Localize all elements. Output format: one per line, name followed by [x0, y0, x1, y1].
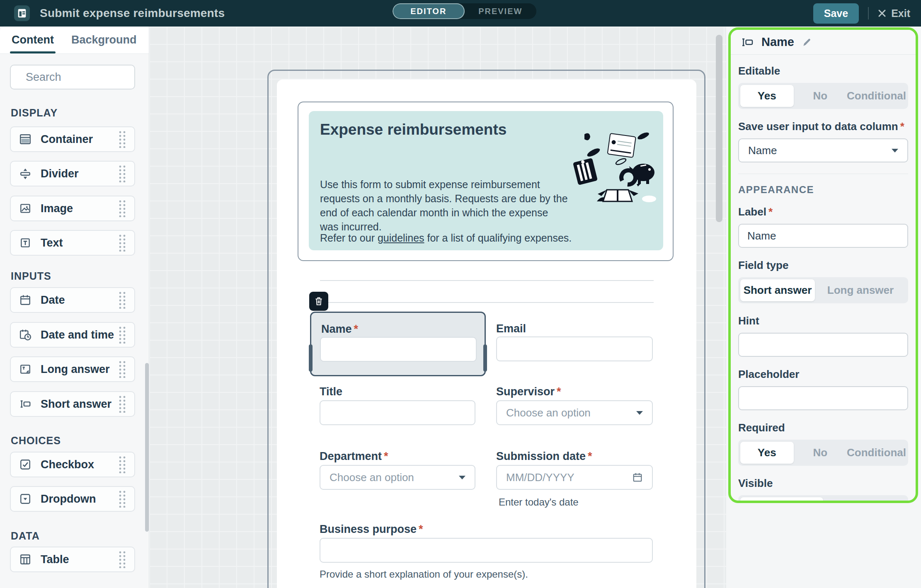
resize-handle-left[interactable]	[309, 344, 313, 372]
guidelines-link[interactable]: guidelines	[378, 232, 424, 244]
data-column-select[interactable]: Name	[738, 138, 908, 162]
tab-background[interactable]: Background	[71, 27, 137, 53]
sidebar-item-label: Table	[41, 553, 118, 566]
sidebar-item-label: Short answer	[41, 398, 118, 411]
divider-icon	[19, 167, 32, 180]
form-description: Use this form to submit expense reimburs…	[320, 177, 569, 234]
drag-handle-icon[interactable]	[118, 200, 127, 217]
drag-handle-icon[interactable]	[118, 456, 127, 473]
save-button[interactable]: Save	[813, 3, 859, 24]
editable-no[interactable]: No	[794, 85, 847, 107]
sidebar-item-checkbox[interactable]: Checkbox	[10, 452, 135, 477]
sidebar-item-short-answer[interactable]: Short answer	[10, 391, 135, 417]
field-inspector-panel: Name Editable Yes No Conditional Save us…	[728, 27, 918, 503]
placeholder-input[interactable]	[738, 386, 908, 410]
text-icon	[19, 237, 32, 249]
editable-yes[interactable]: Yes	[740, 85, 794, 107]
group-label: Required	[738, 421, 908, 434]
tab-editor[interactable]: EDITOR	[393, 3, 465, 19]
sidebar-item-long-answer[interactable]: Long answer	[10, 356, 135, 382]
required-segment: Yes No Conditional	[738, 440, 908, 466]
label-input[interactable]	[738, 224, 908, 248]
title-input[interactable]	[320, 400, 475, 425]
app-logo-icon	[14, 5, 30, 21]
canvas-scrollbar[interactable]	[716, 35, 722, 222]
inspector-title: Name	[761, 35, 794, 49]
save-column-group: Save user input to data column* Name	[738, 120, 908, 162]
sidebar-item-label: Dropdown	[41, 493, 118, 506]
required-conditional[interactable]: Conditional	[847, 442, 906, 464]
sidebar-item-image[interactable]: Image	[10, 196, 135, 221]
field-type-long[interactable]: Long answer	[815, 279, 906, 301]
drag-handle-icon[interactable]	[118, 234, 127, 252]
section-title-display: DISPLAY	[11, 107, 58, 119]
divider	[868, 7, 869, 19]
required-no[interactable]: No	[794, 442, 847, 464]
sidebar-item-label: Image	[41, 202, 118, 215]
tab-preview[interactable]: PREVIEW	[465, 3, 537, 19]
short-answer-icon	[19, 398, 32, 410]
drag-handle-icon[interactable]	[118, 395, 127, 413]
sidebar-item-date-time[interactable]: Date and time	[10, 322, 135, 348]
required-yes[interactable]: Yes	[740, 442, 794, 464]
name-input[interactable]	[320, 337, 477, 362]
selected-field-name[interactable]: Name*	[310, 312, 486, 376]
group-label: Placeholder	[738, 368, 908, 381]
sidebar-item-text[interactable]: Text	[10, 230, 135, 256]
short-answer-icon	[741, 36, 754, 49]
visible-conditional[interactable]: Conditional	[823, 497, 906, 503]
drag-handle-icon[interactable]	[118, 326, 127, 344]
editable-group: Editable Yes No Conditional	[738, 65, 908, 109]
form-divider[interactable]	[320, 280, 654, 281]
sidebar-item-label: Date and time	[41, 329, 118, 341]
page-title: Submit expense reimbursements	[40, 7, 225, 20]
tab-content[interactable]: Content	[12, 27, 54, 53]
editable-conditional[interactable]: Conditional	[847, 85, 906, 107]
search-box[interactable]	[10, 65, 135, 90]
group-label: Field type	[738, 259, 908, 272]
sidebar-item-dropdown[interactable]: Dropdown	[10, 486, 135, 512]
drag-handle-icon[interactable]	[118, 291, 127, 309]
label-group: Label*	[738, 206, 908, 248]
sidebar-item-date[interactable]: Date	[10, 287, 135, 313]
resize-handle-right[interactable]	[483, 344, 487, 372]
supervisor-select[interactable]: Choose an option	[496, 400, 653, 425]
hint-input[interactable]	[738, 333, 908, 357]
sidebar-scrollbar[interactable]	[145, 363, 149, 532]
submission-date-input[interactable]: MM/DD/YYYY	[496, 465, 653, 490]
drag-handle-icon[interactable]	[118, 490, 127, 508]
drag-handle-icon[interactable]	[118, 165, 127, 182]
exit-label: Exit	[891, 7, 910, 19]
sidebar-item-table[interactable]: Table	[10, 547, 135, 572]
email-input[interactable]	[496, 336, 653, 361]
edit-pencil-icon[interactable]	[802, 37, 812, 48]
drag-handle-icon[interactable]	[118, 361, 127, 378]
sidebar-item-divider[interactable]: Divider	[10, 161, 135, 186]
expenses-illustration	[572, 131, 657, 203]
drag-handle-icon[interactable]	[118, 131, 127, 148]
chevron-down-icon	[459, 476, 465, 479]
visible-yes[interactable]: Yes	[740, 497, 823, 503]
sidebar-item-label: Container	[41, 133, 118, 146]
component-sidebar: Content Background DISPLAY Container	[0, 27, 149, 588]
sidebar-item-label: Long answer	[41, 363, 118, 376]
delete-field-button[interactable]	[309, 292, 328, 311]
field-hint: Provide a short explanation of your expe…	[320, 569, 528, 580]
form-divider[interactable]	[320, 302, 654, 303]
group-label: Label*	[738, 206, 908, 218]
field-label: Submission date*	[496, 450, 592, 463]
field-label: Supervisor*	[496, 385, 561, 398]
exit-button[interactable]: Exit	[878, 7, 910, 19]
field-type-segment: Short answer Long answer	[738, 277, 908, 303]
form-refer-line: Refer to our guidelines for a list of qu…	[320, 232, 572, 244]
department-select[interactable]: Choose an option	[320, 465, 475, 490]
image-icon	[19, 202, 32, 215]
business-purpose-input[interactable]	[320, 538, 653, 563]
field-type-short[interactable]: Short answer	[740, 279, 815, 301]
group-label: Editable	[738, 65, 908, 77]
drag-handle-icon[interactable]	[118, 551, 127, 568]
required-group: Required Yes No Conditional	[738, 421, 908, 466]
sidebar-item-container[interactable]: Container	[10, 126, 135, 152]
editable-segment: Yes No Conditional	[738, 83, 908, 109]
section-title-choices: CHOICES	[11, 435, 61, 447]
